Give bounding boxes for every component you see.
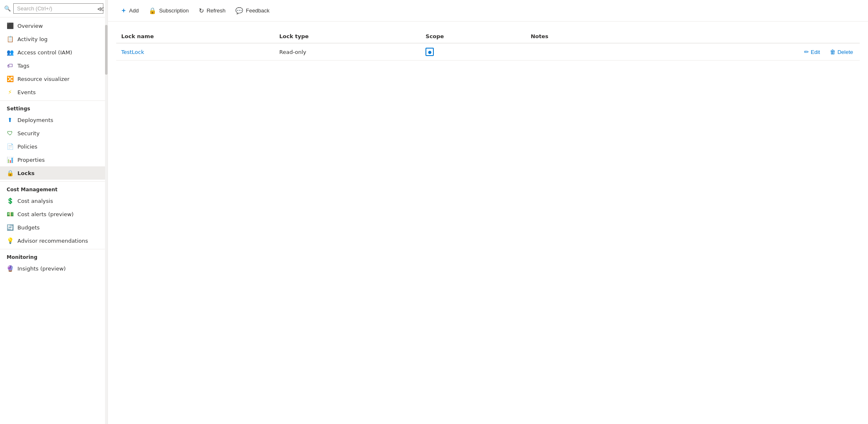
events-icon: ⚡: [7, 89, 13, 95]
search-input[interactable]: [13, 3, 103, 14]
sidebar-item-activity-log[interactable]: 📋Activity log: [0, 32, 108, 46]
subscription-label: Subscription: [159, 7, 189, 14]
sidebar-item-label-events: Events: [17, 89, 36, 95]
sidebar-item-security[interactable]: 🛡Security: [0, 127, 108, 140]
delete-icon: 🗑: [830, 49, 836, 55]
sidebar-item-label-overview: Overview: [17, 23, 43, 29]
col-lock-type: Lock type: [274, 30, 421, 43]
delete-lock-button[interactable]: 🗑 Delete: [828, 48, 855, 56]
lock-scope-cell: ●: [421, 43, 526, 61]
sidebar-item-resource-visualizer[interactable]: 🔀Resource visualizer: [0, 72, 108, 85]
sidebar-item-label-security: Security: [17, 130, 39, 136]
scope-icon: ●: [425, 48, 434, 56]
sidebar-item-overview[interactable]: ⬛Overview: [0, 19, 108, 32]
budgets-icon: 🔄: [7, 224, 13, 231]
lock-actions-cell: ✏ Edit🗑 Delete: [628, 43, 860, 61]
scrollbar-track: [105, 0, 108, 424]
sidebar-item-label-deployments: Deployments: [17, 117, 53, 123]
sidebar-nav: ⬛Overview📋Activity log👥Access control (I…: [0, 17, 108, 277]
overview-icon: ⬛: [7, 22, 13, 29]
sidebar-item-access-control[interactable]: 👥Access control (IAM): [0, 46, 108, 59]
subscription-icon: 🔒: [149, 7, 156, 15]
sidebar-item-label-budgets: Budgets: [17, 224, 40, 231]
sidebar-item-label-cost-alerts: Cost alerts (preview): [17, 211, 73, 217]
main-content: ＋ Add 🔒 Subscription ↻ Refresh 💬 Feedbac…: [108, 0, 868, 424]
feedback-label: Feedback: [246, 7, 269, 14]
sidebar-item-properties[interactable]: 📊Properties: [0, 153, 108, 166]
section-header-cost-management: Cost Management: [0, 181, 108, 194]
sidebar-item-cost-analysis[interactable]: 💲Cost analysis: [0, 194, 108, 207]
col-notes: Notes: [526, 30, 628, 43]
sidebar-item-label-locks: Locks: [17, 170, 34, 176]
search-icon: 🔍: [4, 5, 11, 12]
edit-icon: ✏: [804, 49, 809, 55]
sidebar-item-budgets[interactable]: 🔄Budgets: [0, 221, 108, 234]
policies-icon: 📄: [7, 143, 13, 150]
sidebar-item-label-advisor-recommendations: Advisor recommendations: [17, 238, 88, 244]
row-actions: ✏ Edit🗑 Delete: [633, 48, 855, 56]
deployments-icon: ⬆: [7, 117, 13, 123]
add-icon: ＋: [120, 7, 127, 15]
locks-icon: 🔒: [7, 170, 13, 176]
scrollbar-thumb[interactable]: [105, 25, 108, 75]
content-area: Lock name Lock type Scope Notes TestLock…: [108, 22, 868, 424]
activity-log-icon: 📋: [7, 36, 13, 42]
section-header-settings: Settings: [0, 100, 108, 113]
lock-name-cell: TestLock: [116, 43, 274, 61]
sidebar-item-policies[interactable]: 📄Policies: [0, 140, 108, 153]
sidebar-item-label-activity-log: Activity log: [17, 36, 48, 42]
sidebar-item-label-insights-preview: Insights (preview): [17, 266, 66, 272]
lock-name-link[interactable]: TestLock: [121, 49, 144, 55]
security-icon: 🛡: [7, 130, 13, 136]
toolbar: ＋ Add 🔒 Subscription ↻ Refresh 💬 Feedbac…: [108, 0, 868, 22]
resource-visualizer-icon: 🔀: [7, 76, 13, 82]
col-scope: Scope: [421, 30, 526, 43]
sidebar-item-label-tags: Tags: [17, 63, 29, 69]
sidebar-item-locks[interactable]: 🔒Locks: [0, 166, 108, 180]
sidebar-item-label-resource-visualizer: Resource visualizer: [17, 76, 69, 82]
sidebar-item-tags[interactable]: 🏷Tags: [0, 59, 108, 72]
access-control-icon: 👥: [7, 49, 13, 56]
tags-icon: 🏷: [7, 62, 13, 69]
advisor-recommendations-icon: 💡: [7, 237, 13, 244]
sidebar-item-advisor-recommendations[interactable]: 💡Advisor recommendations: [0, 234, 108, 247]
sidebar-item-label-properties: Properties: [17, 157, 45, 163]
cost-analysis-icon: 💲: [7, 197, 13, 204]
refresh-button[interactable]: ↻ Refresh: [195, 5, 230, 17]
sidebar-item-insights-preview[interactable]: 🔮Insights (preview): [0, 262, 108, 275]
feedback-icon: 💬: [235, 7, 243, 15]
insights-preview-icon: 🔮: [7, 265, 13, 272]
lock-notes-cell: [526, 43, 628, 61]
lock-type-cell: Read-only: [274, 43, 421, 61]
col-actions: [628, 30, 860, 43]
locks-table: Lock name Lock type Scope Notes TestLock…: [116, 30, 860, 61]
refresh-icon: ↻: [199, 7, 204, 15]
feedback-button[interactable]: 💬 Feedback: [231, 5, 274, 17]
search-container: 🔍 ≪: [0, 0, 108, 17]
section-header-monitoring: Monitoring: [0, 249, 108, 262]
sidebar-item-label-cost-analysis: Cost analysis: [17, 198, 53, 204]
add-button[interactable]: ＋ Add: [116, 4, 143, 17]
sidebar-item-events[interactable]: ⚡Events: [0, 85, 108, 99]
subscription-button[interactable]: 🔒 Subscription: [144, 5, 193, 17]
edit-label: Edit: [811, 49, 820, 55]
properties-icon: 📊: [7, 156, 13, 163]
table-header-row: Lock name Lock type Scope Notes: [116, 30, 860, 43]
delete-label: Delete: [837, 49, 853, 55]
edit-lock-button[interactable]: ✏ Edit: [802, 48, 822, 56]
sidebar-item-label-access-control: Access control (IAM): [17, 49, 72, 56]
sidebar-item-deployments[interactable]: ⬆Deployments: [0, 113, 108, 127]
col-lock-name: Lock name: [116, 30, 274, 43]
cost-alerts-icon: 💵: [7, 211, 13, 217]
table-row: TestLockRead-only●✏ Edit🗑 Delete: [116, 43, 860, 61]
refresh-label: Refresh: [207, 7, 226, 14]
add-label: Add: [129, 7, 139, 14]
sidebar-item-cost-alerts[interactable]: 💵Cost alerts (preview): [0, 207, 108, 221]
sidebar: 🔍 ≪ ⬛Overview📋Activity log👥Access contro…: [0, 0, 108, 424]
sidebar-item-label-policies: Policies: [17, 144, 37, 150]
